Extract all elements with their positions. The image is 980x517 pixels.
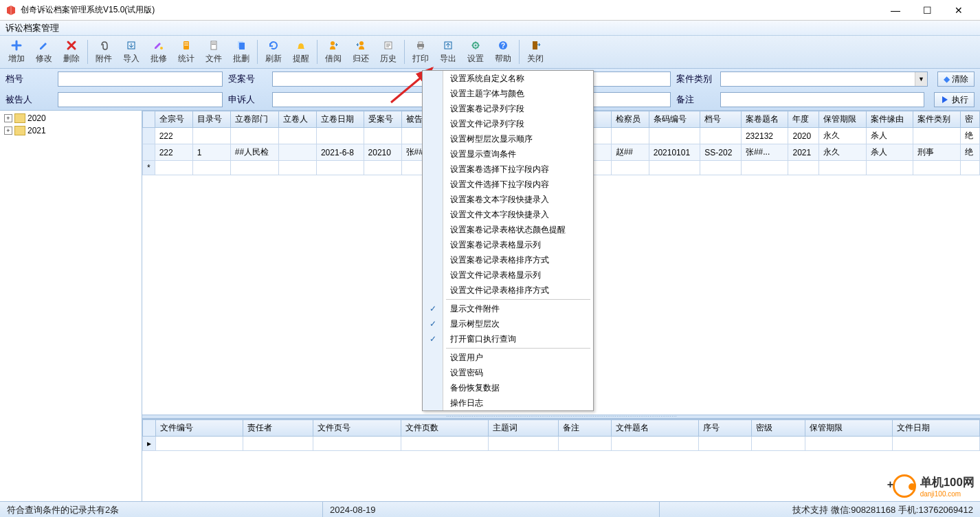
- close-button[interactable]: 关闭: [522, 37, 549, 67]
- menu-item[interactable]: 设置文件选择下拉字段内容: [423, 177, 593, 192]
- svg-point-18: [475, 45, 477, 47]
- menu-item[interactable]: 设置显示查询条件: [423, 146, 593, 162]
- settings-button[interactable]: 设置: [462, 37, 489, 67]
- export-button[interactable]: 导出: [434, 37, 462, 67]
- folder-icon: [14, 126, 25, 135]
- table-row[interactable]: ▸: [143, 437, 980, 451]
- menu-item[interactable]: 设置案卷选择下拉字段内容: [423, 162, 593, 177]
- menu-item[interactable]: 设置主题字体与颜色: [423, 86, 593, 101]
- menu-item[interactable]: 设置文件记录表格显示列: [423, 267, 593, 283]
- col-lijuanren[interactable]: 立卷人: [278, 111, 316, 128]
- menu-item[interactable]: 设置案卷记录表格显示列: [423, 237, 593, 252]
- borrow-button[interactable]: 借阅: [320, 37, 347, 67]
- return-button[interactable]: 归还: [347, 37, 375, 67]
- menu-item[interactable]: 设置用户: [423, 350, 593, 365]
- col-wenjianyehao[interactable]: 文件页号: [313, 420, 401, 437]
- menu-item[interactable]: 操作日志: [423, 395, 593, 410]
- col-wenjianriqi[interactable]: 文件日期: [892, 420, 979, 437]
- close-window-button[interactable]: ✕: [943, 0, 975, 21]
- svg-point-10: [331, 41, 335, 45]
- row-indicator-header: [143, 111, 155, 128]
- col-wenjianyeshu[interactable]: 文件页数: [401, 420, 488, 437]
- menu-item-label: 设置主题字体与颜色: [443, 88, 593, 100]
- col-zhutici[interactable]: 主题词: [488, 420, 558, 437]
- menu-item[interactable]: 设置文件记录表格排序方式: [423, 283, 593, 298]
- col-miji[interactable]: 密级: [752, 420, 805, 437]
- menu-item-label: 设置案卷记录表格状态颜色提醒: [443, 224, 593, 236]
- menu-item[interactable]: 设置案卷记录列字段: [423, 101, 593, 116]
- remark-input[interactable]: [720, 92, 924, 107]
- menu-item[interactable]: 设置树型层次显示顺序: [423, 131, 593, 146]
- defendant-input[interactable]: [58, 92, 223, 107]
- menu-item[interactable]: 设置文件文本字段快捷录入: [423, 207, 593, 222]
- col-lijuanriqi[interactable]: 立卷日期: [316, 111, 364, 128]
- col-anjuantiming[interactable]: 案卷题名: [741, 111, 788, 128]
- menu-item[interactable]: 设置密码: [423, 365, 593, 380]
- help-button[interactable]: ?帮助: [489, 37, 517, 67]
- col-anjianyuanyou[interactable]: 案件缘由: [866, 111, 913, 128]
- col-beizhu[interactable]: 备注: [558, 420, 611, 437]
- remark-label: 备注: [676, 94, 717, 106]
- col-danghao[interactable]: 档号: [700, 111, 742, 128]
- col-niandu[interactable]: 年度: [788, 111, 819, 128]
- detail-table[interactable]: 文件编号 责任者 文件页号 文件页数 主题词 备注 文件题名 序号 密级 保管期…: [142, 419, 980, 501]
- add-button[interactable]: 增加: [3, 37, 30, 67]
- col-wenjiantiming[interactable]: 文件题名: [612, 420, 699, 437]
- col-wenjianbh[interactable]: 文件编号: [156, 420, 243, 437]
- batch-edit-button[interactable]: 批修: [145, 37, 172, 67]
- minimize-button[interactable]: —: [880, 0, 911, 21]
- col-baoguanqixian[interactable]: 保管期限: [805, 420, 892, 437]
- import-button[interactable]: 导入: [118, 37, 145, 67]
- case-type-combo[interactable]: [720, 72, 928, 87]
- col-lijuanbumen[interactable]: 立卷部门: [230, 111, 278, 128]
- menu-item[interactable]: 设置案卷记录表格排序方式: [423, 252, 593, 267]
- col-shouanhao[interactable]: 受案号: [364, 111, 401, 128]
- menu-item-label: 设置显示查询条件: [443, 148, 593, 160]
- delete-button[interactable]: 删除: [58, 37, 85, 67]
- file-button[interactable]: 文件: [200, 37, 227, 67]
- menu-item[interactable]: ✓显示文件附件: [423, 301, 593, 316]
- menu-item[interactable]: 设置系统自定义名称: [423, 71, 593, 86]
- col-tiaoma[interactable]: 条码编号: [649, 111, 700, 128]
- expand-icon[interactable]: +: [4, 126, 12, 135]
- expand-icon[interactable]: +: [4, 114, 12, 122]
- check-icon: ✓: [430, 304, 436, 314]
- archive-no-input[interactable]: [58, 72, 223, 87]
- menu-item[interactable]: 备份恢复数据: [423, 380, 593, 395]
- col-quanzong[interactable]: 全宗号: [155, 111, 192, 128]
- tree-node-2020[interactable]: + 2020: [1, 112, 140, 124]
- print-button[interactable]: 打印: [407, 37, 434, 67]
- refresh-button[interactable]: 刷新: [260, 37, 287, 67]
- menu-item[interactable]: 设置文件记录列字段: [423, 116, 593, 131]
- col-anjianleibie[interactable]: 案件类别: [913, 111, 961, 128]
- menu-item[interactable]: 设置案卷记录表格状态颜色提醒: [423, 222, 593, 237]
- case-no-label: 受案号: [228, 73, 269, 85]
- history-button[interactable]: 历史: [375, 37, 402, 67]
- status-date: 2024-08-19: [323, 502, 660, 517]
- col-miji[interactable]: 密: [960, 111, 979, 128]
- menu-item[interactable]: ✓打开窗口执行查询: [423, 331, 593, 346]
- check-icon: ✓: [430, 319, 436, 329]
- edit-button[interactable]: 修改: [30, 37, 58, 67]
- stats-button[interactable]: 统计: [172, 37, 200, 67]
- col-mulu[interactable]: 目录号: [192, 111, 230, 128]
- clipboard-icon: [180, 39, 192, 52]
- col-jianchayuan[interactable]: 检察员: [611, 111, 649, 128]
- tree-node-2021[interactable]: + 2021: [1, 124, 140, 137]
- svg-point-1: [160, 47, 163, 50]
- question-icon: ?: [497, 39, 509, 52]
- horizontal-splitter[interactable]: [142, 415, 980, 419]
- execute-button[interactable]: 执行: [934, 92, 975, 107]
- menu-item[interactable]: ✓显示树型层次: [423, 316, 593, 331]
- attach-button[interactable]: 附件: [90, 37, 118, 67]
- col-baoguan[interactable]: 保管期限: [819, 111, 867, 128]
- chevron-down-icon[interactable]: ▼: [915, 72, 927, 86]
- batch-delete-button[interactable]: 批删: [227, 37, 255, 67]
- clear-button[interactable]: ◆清除: [937, 72, 975, 87]
- menu-item-label: 设置案卷文本字段快捷录入: [443, 194, 593, 206]
- maximize-button[interactable]: ☐: [911, 0, 943, 21]
- menu-item[interactable]: 设置案卷文本字段快捷录入: [423, 192, 593, 207]
- col-xuhao[interactable]: 序号: [699, 420, 752, 437]
- remind-button[interactable]: 提醒: [287, 37, 315, 67]
- col-zerenz[interactable]: 责任者: [243, 420, 313, 437]
